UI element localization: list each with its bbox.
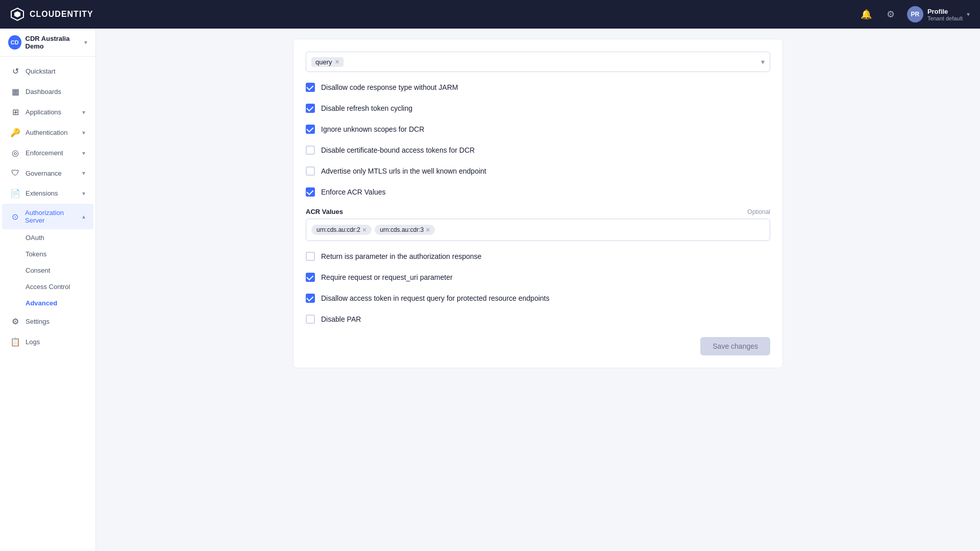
sidebar-item-label: Quickstart [26,67,56,75]
sidebar-sub-consent[interactable]: Consent [2,262,93,278]
governance-icon: 🛡 [10,169,20,178]
checkbox-disallow-code-response: Disallow code response type without JARM [306,82,770,93]
sidebar: CD CDR Australia Demo ▾ ↺ Quickstart ▦ D… [0,29,96,551]
quickstart-icon: ↺ [10,66,20,76]
query-tag: query × [311,57,344,67]
query-tag-label: query [315,58,332,66]
save-bar: Save changes [306,337,770,355]
settings-icon: ⚙ [10,317,20,326]
sidebar-item-label: Enforcement [26,149,63,157]
logs-icon: 📋 [10,337,20,347]
sidebar-item-settings[interactable]: ⚙ Settings [2,312,93,331]
sidebar-sub-tokens[interactable]: Tokens [2,246,93,262]
checkbox-disable-refresh-token-input[interactable] [306,104,315,113]
checkbox-return-iss-label[interactable]: Return iss parameter in the authorizatio… [321,251,481,262]
acr-tag-cdr2-remove-button[interactable]: × [362,226,366,233]
extensions-icon: 📄 [10,188,20,198]
notification-button[interactable]: 🔔 [858,6,874,22]
checkbox-enforce-acr-input[interactable] [306,187,315,197]
sidebar-item-extensions[interactable]: 📄 Extensions ▾ [2,183,93,203]
workspace-name: CDR Australia Demo [26,35,84,50]
sidebar-sub-advanced[interactable]: Advanced [2,295,93,311]
sidebar-item-label: Authentication [26,129,67,136]
checkbox-return-iss: Return iss parameter in the authorizatio… [306,251,770,262]
sidebar-item-applications[interactable]: ⊞ Applications ▾ [2,102,93,122]
acr-tag-input[interactable]: urn:cds.au:cdr:2 × urn:cds.au:cdr:3 × [306,219,770,241]
checkbox-disallow-access-token: Disallow access token in request query f… [306,293,770,304]
sidebar-nav: ↺ Quickstart ▦ Dashboards ⊞ Applications… [0,57,95,551]
workspace-chevron-icon: ▾ [84,39,87,46]
sidebar-sub-access-control[interactable]: Access Control [2,279,93,295]
checkbox-ignore-unknown-scopes: Ignore unknown scopes for DCR [306,124,770,135]
sidebar-item-authorization-server[interactable]: ⊙ Authorization Server ▴ [2,204,93,229]
checkbox-disable-cert-bound-input[interactable] [306,146,315,155]
sidebar-item-quickstart[interactable]: ↺ Quickstart [2,61,93,81]
checkbox-enforce-acr: Enforce ACR Values [306,187,770,198]
acr-tag-cdr2: urn:cds.au:cdr:2 × [311,225,372,235]
acr-values-label: ACR Values [306,208,343,215]
applications-icon: ⊞ [10,107,20,117]
acr-tag-cdr3-remove-button[interactable]: × [426,226,430,233]
avatar: PR [907,6,923,22]
checkbox-disallow-access-token-label[interactable]: Disallow access token in request query f… [321,293,549,304]
query-tag-remove-button[interactable]: × [334,58,339,65]
checkbox-require-request-input[interactable] [306,273,315,282]
applications-chevron-icon: ▾ [82,109,85,116]
checkbox-disable-par-label[interactable]: Disable PAR [321,314,361,325]
app-title: CLOUDENTITY [30,10,93,19]
enforcement-icon: ◎ [10,148,20,158]
checkbox-require-request-label[interactable]: Require request or request_uri parameter [321,272,453,283]
svg-marker-1 [14,11,20,17]
dashboards-icon: ▦ [10,87,20,97]
profile-chevron-icon: ▾ [967,11,970,18]
sidebar-item-enforcement[interactable]: ◎ Enforcement ▾ [2,143,93,163]
checkbox-disable-par-input[interactable] [306,315,315,324]
acr-tag-cdr3-label: urn:cds.au:cdr:3 [380,226,424,233]
profile-menu[interactable]: PR Profile Tenant default ▾ [907,6,970,22]
layout: CD CDR Australia Demo ▾ ↺ Quickstart ▦ D… [0,29,980,551]
governance-chevron-icon: ▾ [82,170,85,177]
checkbox-disable-refresh-token: Disable refresh token cycling [306,103,770,114]
sidebar-item-label: Dashboards [26,88,61,95]
sidebar-item-label: Extensions [26,189,58,197]
save-changes-button[interactable]: Save changes [700,337,770,355]
content-card: query × ▾ Disallow code response type wi… [293,39,783,368]
authentication-chevron-icon: ▾ [82,129,85,136]
topbar-right: 🔔 ⚙ PR Profile Tenant default ▾ [858,6,970,22]
query-tag-input[interactable]: query × ▾ [306,52,770,72]
checkbox-ignore-unknown-scopes-input[interactable] [306,125,315,134]
workspace-icon: CD [8,35,21,50]
checkbox-disallow-code-response-input[interactable] [306,83,315,92]
checkbox-disallow-access-token-input[interactable] [306,294,315,303]
enforcement-chevron-icon: ▾ [82,150,85,157]
sidebar-item-dashboards[interactable]: ▦ Dashboards [2,82,93,102]
sidebar-item-governance[interactable]: 🛡 Governance ▾ [2,163,93,183]
checkbox-disable-par: Disable PAR [306,314,770,325]
sidebar-item-authentication[interactable]: 🔑 Authentication ▾ [2,123,93,142]
checkbox-enforce-acr-label[interactable]: Enforce ACR Values [321,187,386,198]
checkbox-advertise-mtls: Advertise only MTLS urls in the well kno… [306,166,770,177]
settings-button[interactable]: ⚙ [883,6,899,22]
acr-values-optional: Optional [747,208,770,215]
sidebar-item-logs[interactable]: 📋 Logs [2,332,93,352]
profile-name: Profile [927,8,963,15]
checkbox-disable-cert-bound-label[interactable]: Disable certificate-bound access tokens … [321,145,475,156]
workspace-selector[interactable]: CD CDR Australia Demo ▾ [0,29,95,57]
checkbox-advertise-mtls-input[interactable] [306,166,315,176]
checkbox-ignore-unknown-scopes-label[interactable]: Ignore unknown scopes for DCR [321,124,424,135]
acr-values-section: ACR Values Optional urn:cds.au:cdr:2 × u… [306,208,770,241]
app-logo: CLOUDENTITY [10,7,93,21]
authentication-icon: 🔑 [10,128,20,137]
authorization-server-subnav: OAuth Tokens Consent Access Control Adva… [0,230,95,311]
checkbox-disable-refresh-token-label[interactable]: Disable refresh token cycling [321,103,412,114]
main-content: query × ▾ Disallow code response type wi… [96,29,980,551]
extensions-chevron-icon: ▾ [82,190,85,197]
checkbox-disable-cert-bound: Disable certificate-bound access tokens … [306,145,770,156]
sidebar-item-label: Governance [26,170,62,177]
checkbox-advertise-mtls-label[interactable]: Advertise only MTLS urls in the well kno… [321,166,486,177]
checkbox-return-iss-input[interactable] [306,252,315,261]
sidebar-item-label: Applications [26,108,61,116]
sidebar-sub-oauth[interactable]: OAuth [2,230,93,246]
sidebar-item-label: Logs [26,338,40,346]
checkbox-disallow-code-response-label[interactable]: Disallow code response type without JARM [321,82,458,93]
